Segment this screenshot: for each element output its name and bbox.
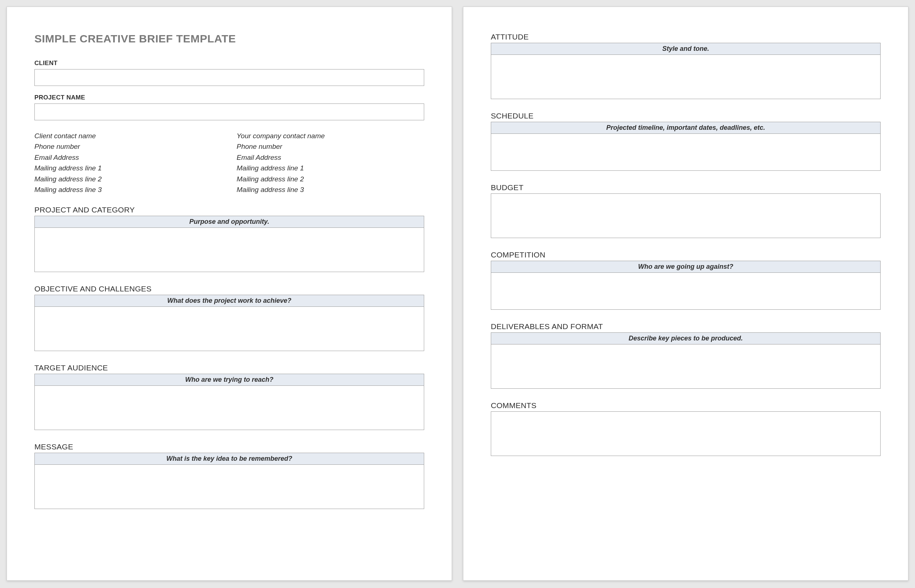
schedule-input[interactable] xyxy=(491,134,880,170)
attitude-input[interactable] xyxy=(491,55,880,99)
budget-box xyxy=(491,194,881,238)
objective-input[interactable] xyxy=(35,307,424,351)
page-1: SIMPLE CREATIVE BRIEF TEMPLATE CLIENT PR… xyxy=(6,6,452,581)
document-title: SIMPLE CREATIVE BRIEF TEMPLATE xyxy=(34,32,424,45)
contact-line: Phone number xyxy=(34,141,222,152)
audience-label: TARGET AUDIENCE xyxy=(34,363,424,372)
deliverables-box: Describe key pieces to be produced. xyxy=(491,333,881,389)
competition-input[interactable] xyxy=(491,273,880,309)
client-contact-column: Client contact name Phone number Email A… xyxy=(34,131,222,195)
contact-line: Mailing address line 2 xyxy=(237,174,424,184)
comments-box xyxy=(491,411,881,456)
schedule-box: Projected timeline, important dates, dea… xyxy=(491,122,881,171)
objective-box: What does the project work to achieve? xyxy=(34,295,424,351)
competition-box: Who are we going up against? xyxy=(491,261,881,310)
project-name-label: PROJECT NAME xyxy=(34,94,424,101)
comments-label: COMMENTS xyxy=(491,401,881,410)
audience-box: Who are we trying to reach? xyxy=(34,374,424,430)
message-box: What is the key idea to be remembered? xyxy=(34,453,424,509)
project-category-prompt: Purpose and opportunity. xyxy=(35,216,424,228)
contact-line: Client contact name xyxy=(34,131,222,141)
objective-label: OBJECTIVE AND CHALLENGES xyxy=(34,284,424,293)
deliverables-prompt: Describe key pieces to be produced. xyxy=(491,333,880,344)
contacts-row: Client contact name Phone number Email A… xyxy=(34,131,424,195)
project-category-label: PROJECT AND CATEGORY xyxy=(34,205,424,214)
message-label: MESSAGE xyxy=(34,443,424,451)
company-contact-column: Your company contact name Phone number E… xyxy=(237,131,424,195)
contact-line: Email Address xyxy=(34,152,222,163)
contact-line: Mailing address line 3 xyxy=(34,184,222,195)
competition-label: COMPETITION xyxy=(491,250,881,259)
attitude-prompt: Style and tone. xyxy=(491,43,880,55)
objective-prompt: What does the project work to achieve? xyxy=(35,295,424,307)
deliverables-label: DELIVERABLES AND FORMAT xyxy=(491,322,881,331)
contact-line: Mailing address line 3 xyxy=(237,184,424,195)
competition-prompt: Who are we going up against? xyxy=(491,261,880,273)
client-input[interactable] xyxy=(34,69,424,86)
contact-line: Mailing address line 1 xyxy=(237,163,424,173)
message-prompt: What is the key idea to be remembered? xyxy=(35,453,424,465)
schedule-label: SCHEDULE xyxy=(491,111,881,120)
contact-line: Email Address xyxy=(237,152,424,163)
contact-line: Phone number xyxy=(237,141,424,152)
deliverables-input[interactable] xyxy=(491,344,880,388)
comments-input[interactable] xyxy=(491,412,880,456)
message-input[interactable] xyxy=(35,465,424,509)
contact-line: Mailing address line 2 xyxy=(34,174,222,184)
attitude-box: Style and tone. xyxy=(491,43,881,99)
client-label: CLIENT xyxy=(34,60,424,67)
budget-label: BUDGET xyxy=(491,183,881,192)
contact-line: Your company contact name xyxy=(237,131,424,141)
attitude-label: ATTITUDE xyxy=(491,32,881,41)
audience-prompt: Who are we trying to reach? xyxy=(35,374,424,386)
page-2: ATTITUDE Style and tone. SCHEDULE Projec… xyxy=(463,6,909,581)
budget-input[interactable] xyxy=(491,194,880,238)
contact-line: Mailing address line 1 xyxy=(34,163,222,173)
project-name-input[interactable] xyxy=(34,103,424,120)
schedule-prompt: Projected timeline, important dates, dea… xyxy=(491,122,880,134)
project-category-box: Purpose and opportunity. xyxy=(34,216,424,272)
project-category-input[interactable] xyxy=(35,228,424,272)
audience-input[interactable] xyxy=(35,386,424,430)
